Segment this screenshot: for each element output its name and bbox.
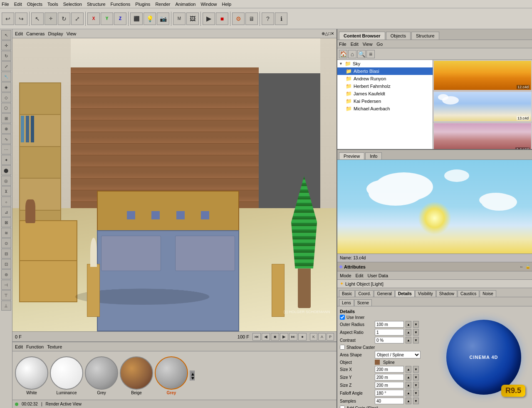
aspect-ratio-input[interactable] [375, 329, 404, 336]
samples-spin-down[interactable]: ▼ [413, 398, 419, 404]
tab-visibility[interactable]: Visibility [415, 290, 436, 297]
attr-user-data[interactable]: User Data [368, 273, 388, 278]
axis-y[interactable]: Y [101, 12, 113, 25]
size-z-input[interactable] [375, 382, 404, 388]
outer-radius-spin-down[interactable]: ▼ [413, 321, 419, 328]
texture-btn[interactable]: 🖼 [186, 12, 199, 25]
tab-coord[interactable]: Coord. [355, 290, 374, 297]
tab-caustics[interactable]: Caustics [458, 290, 479, 297]
left-t4[interactable]: ⬡ [1, 103, 11, 113]
help-btn[interactable]: ? [262, 12, 274, 25]
add-camera[interactable]: 📷 [157, 12, 169, 25]
tab-structure[interactable]: Structure [411, 32, 439, 40]
add-grain-checkbox[interactable] [340, 406, 345, 408]
cb-view-toggle[interactable]: ≡ [366, 50, 375, 58]
mat-texture[interactable]: Texture [47, 344, 62, 349]
cb-home[interactable]: ⌂ [348, 50, 356, 58]
select-tool[interactable]: ↖ [31, 12, 44, 25]
material-btn[interactable]: M [173, 12, 186, 25]
tab-content-browser[interactable]: Content Browser [339, 32, 385, 40]
left-t6[interactable]: ⊕ [1, 124, 11, 134]
menu-functions[interactable]: Functions [111, 2, 131, 7]
size-y-spin-up[interactable]: ▲ [406, 374, 411, 381]
left-t11[interactable]: ◎ [1, 176, 11, 186]
tab-info[interactable]: Info [365, 152, 382, 159]
size-z-spin-down[interactable]: ▼ [413, 382, 419, 388]
falloff-angle-spin-up[interactable]: ▲ [406, 390, 411, 396]
mat-edit[interactable]: Edit [15, 344, 23, 349]
thumb-12[interactable]: 12.c4d [433, 60, 532, 91]
vp-cameras[interactable]: Cameras [26, 31, 45, 36]
attr-mode[interactable]: Mode [340, 273, 351, 278]
menu-file[interactable]: File [2, 2, 9, 7]
left-t20[interactable]: ⊜ [1, 269, 11, 279]
left-t18[interactable]: ⊟ [1, 249, 11, 259]
cb-back[interactable]: 🏠 [339, 50, 347, 58]
menu-plugins[interactable]: Plugins [135, 2, 150, 7]
add-light[interactable]: 💡 [144, 12, 156, 25]
axis-x[interactable]: X [87, 12, 100, 25]
play-back[interactable]: ◀ [262, 333, 270, 341]
contrast-spin-up[interactable]: ▲ [406, 337, 411, 343]
render-active[interactable]: 🖥 [245, 12, 258, 25]
record-btn[interactable]: ● [298, 333, 307, 341]
left-rotate[interactable]: ↻ [1, 51, 11, 61]
outer-radius-spin-up[interactable]: ▲ [406, 321, 411, 328]
attr-edit[interactable]: Edit [356, 273, 364, 278]
material-grey2[interactable]: Grey [155, 356, 188, 395]
size-x-spin-up[interactable]: ▲ [406, 366, 411, 373]
left-t15[interactable]: ⊠ [1, 217, 11, 227]
anim-btn1[interactable]: K [310, 333, 317, 341]
menu-help[interactable]: Help [222, 2, 232, 7]
stop-btn[interactable]: ■ [216, 12, 228, 25]
material-beige[interactable]: Beige [120, 356, 153, 395]
cb-file[interactable]: File [339, 42, 346, 47]
left-scale[interactable]: ⤢ [1, 61, 11, 71]
add-object[interactable]: ⬛ [130, 12, 143, 25]
left-t17[interactable]: ⊙ [1, 238, 11, 248]
left-t13[interactable]: ⬦ [1, 197, 11, 206]
left-t7[interactable]: ∿ [1, 134, 11, 144]
tree-james[interactable]: 📁 James Kaufeldt [337, 90, 433, 97]
left-t8[interactable]: ⋯ [1, 144, 11, 154]
tree-alberto[interactable]: 📁 Alberto Blasi [337, 67, 433, 75]
material-white[interactable]: White [15, 356, 48, 395]
anim-btn2[interactable]: A [318, 333, 326, 341]
area-shape-select[interactable]: Object / Spline [375, 351, 421, 358]
anim-btn3[interactable]: P [327, 333, 334, 341]
viewport[interactable]: (c) HOLGER SCHOEMANN [12, 38, 337, 331]
falloff-angle-input[interactable] [375, 390, 404, 396]
cb-edit[interactable]: Edit [351, 42, 359, 47]
cb-view[interactable]: View [363, 42, 373, 47]
left-select[interactable]: ↖ [1, 30, 11, 40]
left-t14[interactable]: ⊿ [1, 207, 11, 217]
cb-go[interactable]: Go [376, 42, 383, 47]
tree-kai[interactable]: 📁 Kai Pedersen [337, 97, 433, 105]
menu-edit[interactable]: Edit [14, 2, 22, 7]
tab-objects[interactable]: Objects [386, 32, 411, 40]
scale-tool[interactable]: ⤢ [71, 12, 84, 25]
next-frame[interactable]: ⏭ [289, 333, 297, 341]
tab-shadow[interactable]: Shadow [436, 290, 457, 297]
vp-display[interactable]: Display [48, 31, 63, 36]
left-t19[interactable]: ⊡ [1, 259, 11, 269]
tab-lens[interactable]: Lens [339, 299, 354, 306]
left-t21[interactable]: ⊣ [1, 280, 11, 290]
left-t1[interactable]: 🔧 [1, 72, 11, 82]
menu-selection[interactable]: Selection [63, 2, 82, 7]
material-grey[interactable]: Grey [85, 356, 118, 395]
left-move[interactable]: ✛ [1, 40, 11, 50]
contrast-spin-down[interactable]: ▼ [413, 337, 419, 343]
left-t3[interactable]: ◇ [1, 92, 11, 102]
move-tool[interactable]: ✛ [45, 12, 57, 25]
left-t10[interactable]: ⬤ [1, 165, 11, 175]
tree-michael[interactable]: 📁 Michael Auerbach [337, 105, 433, 112]
cb-search[interactable]: 🔍 [357, 50, 366, 58]
contrast-input[interactable] [375, 337, 404, 343]
rotate-tool[interactable]: ↻ [58, 12, 70, 25]
left-t5[interactable]: ⊞ [1, 113, 11, 123]
play-btn[interactable]: ▶ [203, 12, 215, 25]
menu-animation[interactable]: Animation [175, 2, 195, 7]
thumb-13[interactable]: 13.c4d [433, 91, 532, 122]
aspect-ratio-spin-up[interactable]: ▲ [406, 329, 411, 336]
